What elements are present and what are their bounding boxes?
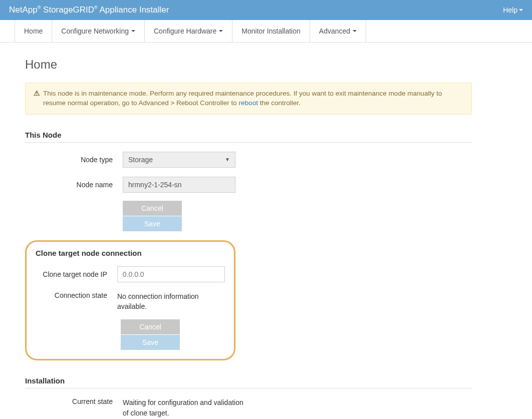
node-name-input[interactable] (123, 177, 235, 193)
cancel-button[interactable]: Cancel (121, 319, 180, 334)
brand-mid: StorageGRID (41, 5, 94, 15)
nav-advanced-label: Advanced (319, 27, 350, 35)
nav-configure-networking-label: Configure Networking (61, 27, 129, 35)
current-state-value: Waiting for configuration and validation… (123, 397, 248, 418)
current-state-row: Current state Waiting for configuration … (25, 397, 472, 418)
chevron-down-icon (131, 30, 135, 32)
clone-ip-label: Clone target node IP (36, 270, 117, 278)
help-label: Help (503, 6, 517, 14)
save-button[interactable]: Save (123, 216, 182, 231)
node-name-row: Node name (25, 177, 472, 193)
nav-monitor-installation-label: Monitor Installation (241, 27, 301, 35)
nav-configure-hardware-label: Configure Hardware (154, 27, 216, 35)
node-type-value: Storage (128, 156, 153, 164)
connection-state-value: No connection information available. (117, 291, 225, 312)
help-menu[interactable]: Help (503, 6, 523, 14)
node-name-label: Node name (25, 181, 123, 189)
chevron-down-icon (353, 30, 357, 32)
node-type-row: Node type Storage ▼ (25, 152, 472, 168)
warning-icon: ⚠ (34, 89, 40, 108)
nav-configure-hardware[interactable]: Configure Hardware (144, 20, 232, 42)
alert-after: the controller. (258, 99, 301, 107)
nav-advanced[interactable]: Advanced (310, 20, 366, 42)
alert-text: This node is in maintenance mode. Perfor… (43, 89, 463, 108)
nav-configure-networking[interactable]: Configure Networking (52, 20, 145, 42)
connection-state-row: Connection state No connection informati… (36, 291, 225, 312)
maintenance-alert: ⚠ This node is in maintenance mode. Perf… (25, 83, 472, 115)
save-button[interactable]: Save (121, 335, 180, 350)
brand-suffix: Appliance Installer (98, 5, 169, 15)
connection-state-label: Connection state (36, 291, 117, 299)
this-node-title: This Node (25, 131, 472, 143)
current-state-label: Current state (25, 397, 123, 405)
app-title: NetApp® StorageGRID® Appliance Installer (9, 5, 169, 15)
page-title: Home (25, 58, 472, 72)
this-node-buttons: Cancel Save (123, 201, 472, 231)
installation-title: Installation (25, 376, 472, 388)
clone-buttons: Cancel Save (121, 319, 225, 350)
chevron-down-icon (219, 30, 223, 32)
nav-home-label: Home (24, 27, 43, 35)
brand-prefix: NetApp (9, 5, 38, 15)
main-container: Home ⚠ This node is in maintenance mode.… (0, 58, 492, 419)
main-nav: Home Configure Networking Configure Hard… (0, 20, 532, 43)
cancel-button[interactable]: Cancel (123, 201, 182, 216)
node-type-label: Node type (25, 156, 123, 164)
clone-title: Clone target node connection (36, 249, 225, 257)
reboot-link[interactable]: reboot (239, 99, 258, 107)
chevron-down-icon (519, 9, 523, 11)
clone-ip-input[interactable] (117, 266, 225, 282)
clone-target-box: Clone target node connection Clone targe… (25, 240, 235, 361)
nav-home[interactable]: Home (15, 20, 52, 42)
node-type-select[interactable]: Storage ▼ (123, 152, 235, 168)
clone-ip-row: Clone target node IP (36, 266, 225, 282)
chevron-down-icon: ▼ (225, 157, 230, 162)
nav-monitor-installation[interactable]: Monitor Installation (232, 20, 310, 42)
header-bar: NetApp® StorageGRID® Appliance Installer… (0, 0, 532, 20)
